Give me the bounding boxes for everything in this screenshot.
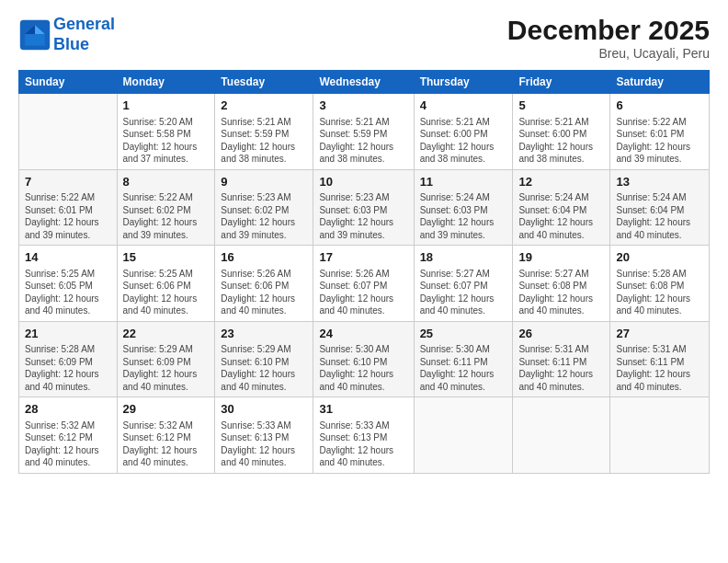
header-tuesday: Tuesday xyxy=(215,71,313,94)
logo-icon xyxy=(18,18,51,52)
day-info: Sunrise: 5:24 AM Sunset: 6:04 PM Dayligh… xyxy=(616,191,703,241)
day-info: Sunrise: 5:22 AM Sunset: 6:01 PM Dayligh… xyxy=(25,191,111,241)
calendar-cell: 21Sunrise: 5:28 AM Sunset: 6:09 PM Dayli… xyxy=(19,321,118,397)
calendar-cell xyxy=(414,397,513,474)
calendar-week-4: 21Sunrise: 5:28 AM Sunset: 6:09 PM Dayli… xyxy=(19,321,710,397)
day-number: 27 xyxy=(616,326,703,342)
day-info: Sunrise: 5:21 AM Sunset: 6:00 PM Dayligh… xyxy=(420,116,507,166)
header: General Blue December 2025 Breu, Ucayali… xyxy=(18,15,710,61)
day-info: Sunrise: 5:32 AM Sunset: 6:12 PM Dayligh… xyxy=(123,419,210,469)
day-number: 10 xyxy=(319,174,407,190)
day-info: Sunrise: 5:21 AM Sunset: 5:59 PM Dayligh… xyxy=(221,116,307,166)
day-number: 11 xyxy=(420,174,507,190)
day-info: Sunrise: 5:20 AM Sunset: 5:58 PM Dayligh… xyxy=(123,116,210,166)
calendar-week-5: 28Sunrise: 5:32 AM Sunset: 6:12 PM Dayli… xyxy=(19,397,710,474)
calendar-week-1: 1Sunrise: 5:20 AM Sunset: 5:58 PM Daylig… xyxy=(19,94,710,170)
day-number: 21 xyxy=(25,326,111,342)
calendar-cell: 27Sunrise: 5:31 AM Sunset: 6:11 PM Dayli… xyxy=(610,321,710,397)
calendar-cell xyxy=(610,397,710,474)
day-info: Sunrise: 5:25 AM Sunset: 6:05 PM Dayligh… xyxy=(25,268,111,317)
day-number: 29 xyxy=(123,401,210,418)
calendar-cell: 8Sunrise: 5:22 AM Sunset: 6:02 PM Daylig… xyxy=(117,169,215,246)
title-section: December 2025 Breu, Ucayali, Peru xyxy=(507,15,710,61)
calendar-cell: 26Sunrise: 5:31 AM Sunset: 6:11 PM Dayli… xyxy=(513,321,610,397)
month-title: December 2025 xyxy=(507,15,710,46)
calendar-cell: 1Sunrise: 5:20 AM Sunset: 5:58 PM Daylig… xyxy=(117,94,215,170)
day-info: Sunrise: 5:31 AM Sunset: 6:11 PM Dayligh… xyxy=(616,343,703,393)
day-info: Sunrise: 5:28 AM Sunset: 6:08 PM Dayligh… xyxy=(616,268,703,317)
day-number: 15 xyxy=(123,249,210,266)
day-number: 14 xyxy=(25,249,111,266)
day-number: 13 xyxy=(616,174,703,190)
day-info: Sunrise: 5:27 AM Sunset: 6:08 PM Dayligh… xyxy=(518,268,604,317)
day-number: 5 xyxy=(518,98,604,114)
day-info: Sunrise: 5:23 AM Sunset: 6:03 PM Dayligh… xyxy=(319,191,407,241)
header-thursday: Thursday xyxy=(414,71,513,94)
day-number: 6 xyxy=(616,98,703,114)
day-info: Sunrise: 5:29 AM Sunset: 6:10 PM Dayligh… xyxy=(221,343,307,393)
day-number: 25 xyxy=(420,326,507,342)
day-number: 12 xyxy=(518,174,604,190)
calendar-cell: 24Sunrise: 5:30 AM Sunset: 6:10 PM Dayli… xyxy=(313,321,414,397)
day-info: Sunrise: 5:24 AM Sunset: 6:04 PM Dayligh… xyxy=(518,191,604,241)
calendar-cell: 16Sunrise: 5:26 AM Sunset: 6:06 PM Dayli… xyxy=(215,246,313,322)
day-info: Sunrise: 5:33 AM Sunset: 6:13 PM Dayligh… xyxy=(221,419,307,469)
calendar-cell: 13Sunrise: 5:24 AM Sunset: 6:04 PM Dayli… xyxy=(610,169,710,246)
day-number: 20 xyxy=(616,249,703,266)
weekday-row: Sunday Monday Tuesday Wednesday Thursday… xyxy=(19,71,710,94)
calendar-cell: 5Sunrise: 5:21 AM Sunset: 6:00 PM Daylig… xyxy=(513,94,610,170)
day-number: 16 xyxy=(221,249,307,266)
header-saturday: Saturday xyxy=(610,71,710,94)
day-number: 7 xyxy=(25,174,111,190)
calendar-cell: 22Sunrise: 5:29 AM Sunset: 6:09 PM Dayli… xyxy=(117,321,215,397)
day-number: 4 xyxy=(420,98,507,114)
day-info: Sunrise: 5:30 AM Sunset: 6:10 PM Dayligh… xyxy=(319,343,407,393)
calendar-week-2: 7Sunrise: 5:22 AM Sunset: 6:01 PM Daylig… xyxy=(19,169,710,246)
day-info: Sunrise: 5:30 AM Sunset: 6:11 PM Dayligh… xyxy=(420,343,507,393)
logo-blue: Blue xyxy=(53,35,89,53)
calendar-cell: 18Sunrise: 5:27 AM Sunset: 6:07 PM Dayli… xyxy=(414,246,513,322)
calendar-cell xyxy=(19,94,118,170)
day-number: 24 xyxy=(319,326,407,342)
header-monday: Monday xyxy=(117,71,215,94)
calendar-cell: 31Sunrise: 5:33 AM Sunset: 6:13 PM Dayli… xyxy=(313,397,414,474)
header-friday: Friday xyxy=(513,71,610,94)
day-number: 22 xyxy=(123,326,210,342)
calendar-cell: 15Sunrise: 5:25 AM Sunset: 6:06 PM Dayli… xyxy=(117,246,215,322)
calendar-cell: 30Sunrise: 5:33 AM Sunset: 6:13 PM Dayli… xyxy=(215,397,313,474)
day-number: 31 xyxy=(319,401,407,418)
calendar-week-3: 14Sunrise: 5:25 AM Sunset: 6:05 PM Dayli… xyxy=(19,246,710,322)
calendar-cell: 6Sunrise: 5:22 AM Sunset: 6:01 PM Daylig… xyxy=(610,94,710,170)
day-number: 28 xyxy=(25,401,111,418)
day-info: Sunrise: 5:32 AM Sunset: 6:12 PM Dayligh… xyxy=(25,419,111,469)
day-info: Sunrise: 5:22 AM Sunset: 6:01 PM Dayligh… xyxy=(616,116,703,166)
calendar-cell: 23Sunrise: 5:29 AM Sunset: 6:10 PM Dayli… xyxy=(215,321,313,397)
page-container: General Blue December 2025 Breu, Ucayali… xyxy=(0,0,728,563)
logo: General Blue xyxy=(18,15,115,54)
day-number: 30 xyxy=(221,401,307,418)
calendar-header: Sunday Monday Tuesday Wednesday Thursday… xyxy=(19,71,710,94)
logo-general: General xyxy=(53,15,115,33)
day-number: 17 xyxy=(319,249,407,266)
calendar-cell: 19Sunrise: 5:27 AM Sunset: 6:08 PM Dayli… xyxy=(513,246,610,322)
svg-marker-3 xyxy=(25,34,45,46)
calendar-cell: 25Sunrise: 5:30 AM Sunset: 6:11 PM Dayli… xyxy=(414,321,513,397)
day-number: 23 xyxy=(221,326,307,342)
day-info: Sunrise: 5:24 AM Sunset: 6:03 PM Dayligh… xyxy=(420,191,507,241)
day-number: 1 xyxy=(123,98,210,114)
calendar-cell: 2Sunrise: 5:21 AM Sunset: 5:59 PM Daylig… xyxy=(215,94,313,170)
calendar-cell: 14Sunrise: 5:25 AM Sunset: 6:05 PM Dayli… xyxy=(19,246,118,322)
calendar-body: 1Sunrise: 5:20 AM Sunset: 5:58 PM Daylig… xyxy=(19,94,710,474)
day-info: Sunrise: 5:23 AM Sunset: 6:02 PM Dayligh… xyxy=(221,191,307,241)
day-info: Sunrise: 5:25 AM Sunset: 6:06 PM Dayligh… xyxy=(123,268,210,317)
calendar-cell: 29Sunrise: 5:32 AM Sunset: 6:12 PM Dayli… xyxy=(117,397,215,474)
calendar-cell: 12Sunrise: 5:24 AM Sunset: 6:04 PM Dayli… xyxy=(513,169,610,246)
calendar-cell: 3Sunrise: 5:21 AM Sunset: 5:59 PM Daylig… xyxy=(313,94,414,170)
calendar-table: Sunday Monday Tuesday Wednesday Thursday… xyxy=(18,70,710,474)
day-info: Sunrise: 5:31 AM Sunset: 6:11 PM Dayligh… xyxy=(518,343,604,393)
calendar-cell: 11Sunrise: 5:24 AM Sunset: 6:03 PM Dayli… xyxy=(414,169,513,246)
header-sunday: Sunday xyxy=(19,71,118,94)
day-number: 8 xyxy=(123,174,210,190)
logo-text: General Blue xyxy=(53,15,115,54)
day-info: Sunrise: 5:27 AM Sunset: 6:07 PM Dayligh… xyxy=(420,268,507,317)
